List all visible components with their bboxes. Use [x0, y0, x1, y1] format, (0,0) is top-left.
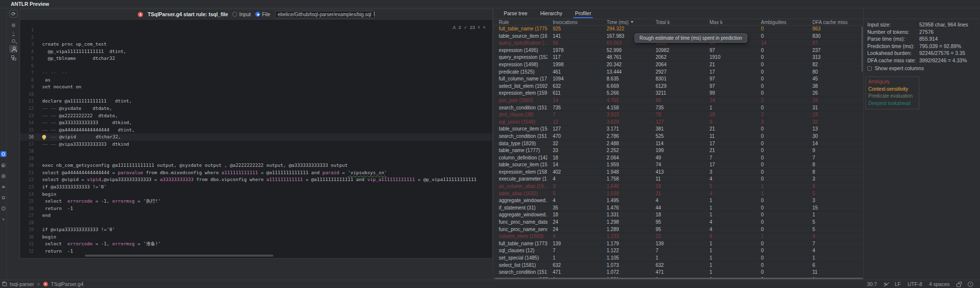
editor[interactable]: 123create proc up_com_test4 @p_vipa11111… — [20, 20, 492, 258]
table-row[interactable]: full_table_name (1773)1391.179139107 — [493, 240, 864, 248]
code-line[interactable]: 22select @vipid = vipid,@vipa33333333333… — [20, 176, 492, 183]
input-radio[interactable]: Input — [232, 11, 250, 17]
code-line[interactable]: 7-- -- -- — [20, 69, 492, 77]
git-icon[interactable]: Y — [0, 216, 6, 222]
table-row[interactable]: query_expression (1527)11748.76120621910… — [493, 54, 864, 61]
code-line[interactable]: 23if @a333333333333 !='0' — [20, 183, 492, 191]
code-line[interactable]: 25 select errorcode = -1, errormsg = '执行… — [20, 198, 492, 205]
code-line[interactable]: 18 — [20, 148, 492, 155]
line-ending[interactable]: LF — [895, 281, 901, 287]
code-line[interactable]: 8 as — [20, 77, 492, 84]
code-line[interactable]: 15—— —— @a4444444444444444 dtint, — [20, 127, 492, 134]
table-row[interactable]: search_condition (1517)4702.78652511030 — [493, 133, 864, 140]
stop-icon[interactable] — [9, 22, 18, 29]
code-line[interactable]: 32 return -1 — [20, 248, 492, 255]
table-row[interactable]: as_column_alias (16...31.64618516 — [493, 183, 864, 190]
table-row[interactable]: full_table_name (1775)925294.3220863 — [493, 26, 864, 33]
table-row[interactable]: table_source_item (15...1273.17138121013 — [493, 126, 864, 133]
code-line[interactable]: 21select @a444444444444444 = paravalue f… — [20, 169, 492, 177]
encoding[interactable]: UTF-8 — [907, 281, 922, 287]
table-row[interactable]: expression (1498)199820.342206421082 — [493, 61, 864, 69]
profiler-icon[interactable] — [9, 45, 18, 52]
table-row[interactable]: column_definition (1421)182.06449707 — [493, 155, 864, 162]
table-row[interactable]: search_condition (1516)4711.0724711011 — [493, 269, 864, 276]
refresh-icon[interactable]: ⟳ — [9, 10, 18, 18]
save-icon[interactable]: ↓ — [9, 29, 18, 37]
unlock-icon[interactable] — [956, 284, 961, 287]
table-row[interactable]: aggregate_windowed...181.33118101 — [493, 211, 864, 219]
antlr-preview-icon[interactable] — [0, 151, 6, 157]
tab-parse-tree[interactable]: Parse tree — [498, 8, 533, 18]
table-row[interactable]: set_special (1485)11.1051101 — [493, 255, 864, 262]
table-row[interactable]: execute_parameter (1...41.75811403 — [493, 176, 864, 183]
code-line[interactable]: 17—— —— @vipa333333333333 dtkind — [20, 141, 492, 148]
table-row[interactable]: column_elem (1593)41.23322814 — [493, 233, 864, 240]
code-line[interactable]: 20exec nb_com_getsysconfig @a11111111111… — [20, 162, 492, 169]
indent-setting[interactable]: 4 spaces — [929, 281, 950, 287]
column-header[interactable]: Invocations — [547, 20, 601, 25]
breadcrumb-project[interactable]: tsql-parser — [10, 281, 34, 287]
code-line[interactable]: 19 — [20, 155, 492, 162]
table-row[interactable]: select_list_elem (1592)6326.669612997038 — [493, 83, 864, 90]
table-row[interactable]: table_source_item (15...141.959741708 — [493, 161, 864, 169]
code-line[interactable]: 29if @vipa333333333333 !='0' — [20, 226, 492, 234]
column-header[interactable]: Total k — [650, 20, 704, 25]
table-row[interactable]: sql_union (1548)123.6291279332 — [493, 119, 864, 126]
inspections-widget[interactable]: ⚠2 ✓23 ∧ ∨ — [452, 25, 486, 30]
code-line[interactable]: 9set nocount on — [20, 83, 492, 91]
column-header[interactable]: Rule — [493, 20, 547, 25]
code-line[interactable]: 11declare @a1111111111111 dtint, — [20, 98, 492, 105]
expert-columns-checkbox[interactable]: Show expert columns — [867, 65, 924, 71]
table-row[interactable]: full_column_name (17...10948.63583019704… — [493, 76, 864, 83]
table-row[interactable]: data_type (1829)322.48811417014 — [493, 140, 864, 148]
column-header[interactable]: Time (ms) — [601, 20, 650, 25]
table-row[interactable]: expression_elem (1590)6115.266321199026 — [493, 90, 864, 97]
column-header[interactable]: Ambiguities — [756, 20, 807, 25]
code-line[interactable]: 16 —— @vipid dtchar32, — [20, 133, 492, 141]
code-line[interactable]: 2 — [20, 34, 492, 41]
table-row[interactable]: expression_elem (1589)4021.948413308 — [493, 169, 864, 176]
antlr-logo-icon[interactable]: A — [0, 173, 6, 179]
terminal-icon[interactable]: > — [0, 195, 6, 201]
column-header[interactable]: DFA cache miss — [807, 20, 854, 25]
table-row[interactable]: table_name (1777)332.2521992109 — [493, 147, 864, 155]
table-row[interactable]: join_part (1560)144.7018914216 — [493, 97, 864, 105]
table-row[interactable]: dml_clause (38)73.9227818219 — [493, 111, 864, 119]
code-line[interactable]: 4 @p_vipa1111111111111 dtint, — [20, 48, 492, 55]
table-row[interactable]: if_statement (31)351.476441015 — [493, 205, 864, 212]
code-line[interactable]: 10 — [20, 91, 492, 98]
chevron-down-icon[interactable]: ∨ — [483, 25, 486, 29]
code-line[interactable]: 13—— —— @a2222222222 dtdate, — [20, 112, 492, 120]
code-line[interactable]: 27end — [20, 212, 492, 219]
code-line[interactable]: 24begin — [20, 191, 492, 198]
tab-profiler[interactable]: Profiler — [569, 8, 596, 18]
layers-icon[interactable]: ≡ — [0, 184, 6, 190]
code-line[interactable]: 5 @p_tblname dtchar32 — [20, 55, 492, 62]
code-line[interactable]: 6 — [20, 62, 492, 70]
code-line[interactable]: 3create proc up_com_test — [20, 41, 492, 48]
file-radio[interactable]: File — [255, 11, 270, 17]
column-header[interactable]: Max k — [704, 20, 756, 25]
chevron-up-icon[interactable]: ∧ — [477, 25, 480, 29]
code-line[interactable]: 30begin — [20, 234, 492, 241]
table-row[interactable]: select_list (1581)6321.073632106 — [493, 262, 864, 269]
run-icon[interactable]: ▶ — [0, 162, 6, 168]
code-line[interactable]: 1 — [20, 26, 492, 34]
table-row[interactable]: aggregate_windowed...41.4954103 — [493, 197, 864, 205]
search-icon[interactable] — [9, 37, 18, 45]
file-path-field[interactable]: ebelice/Github/tsql-parser/examples/big.… — [275, 11, 375, 18]
breadcrumb-file[interactable]: TSqlParser.g4 — [51, 281, 84, 287]
caret-position[interactable]: 30:7 — [867, 281, 877, 287]
code-line[interactable]: 31 select errorcode = -1, errormsg = '准备… — [20, 240, 492, 248]
problems-icon[interactable]: ! — [0, 206, 6, 211]
editor-hscrollbar[interactable] — [85, 255, 273, 257]
readonly-pen-icon[interactable]: ✎ — [884, 282, 888, 287]
editor-code[interactable]: 123create proc up_com_test4 @p_vipa11111… — [20, 26, 492, 255]
code-line[interactable]: 12—— —— @sysdate dtdate, — [20, 105, 492, 112]
table-row[interactable]: sql_clauses (12)71.1227104 — [493, 247, 864, 255]
table-row[interactable]: func_proc_name_serv...241.28995405 — [493, 226, 864, 234]
folder-icon[interactable] — [374, 13, 375, 16]
hierarchy-icon[interactable] — [9, 54, 18, 61]
table-row[interactable]: table_alias (1632)51.53921415 — [493, 190, 864, 198]
table-row[interactable]: predicate (1525)46113.444292717080 — [493, 69, 864, 76]
